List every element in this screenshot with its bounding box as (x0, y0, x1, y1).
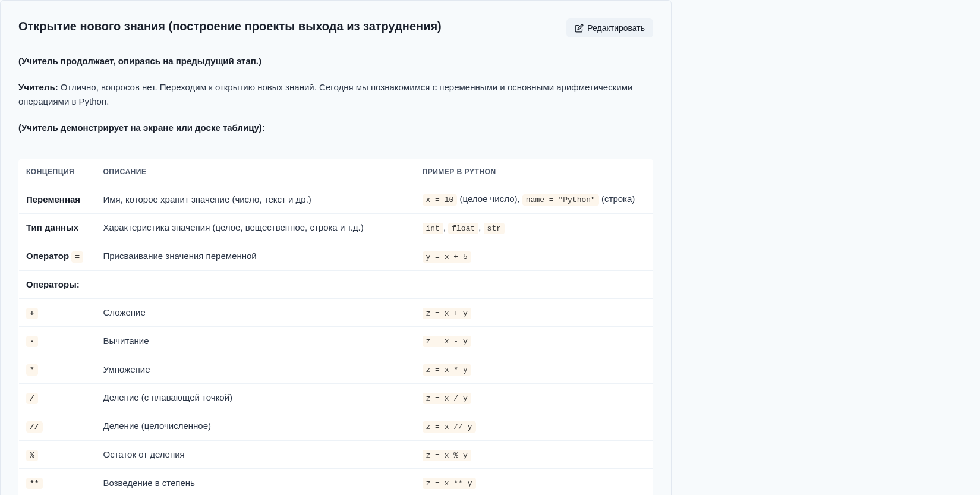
cell-description: Остаток от деления (96, 440, 415, 469)
cell-description: Сложение (96, 298, 415, 327)
cell-description: Умножение (96, 355, 415, 384)
example-code: z = x ** y (423, 478, 476, 489)
cell-example: z = x / y (415, 383, 653, 412)
example-code: int (423, 223, 443, 234)
cell-example: z = x % y (415, 440, 653, 469)
table-row: Операторы: (19, 270, 653, 298)
cell-description (96, 270, 415, 298)
cell-description: Деление (с плавающей точкой) (96, 383, 415, 412)
cell-description: Характеристика значения (целое, веществе… (96, 213, 415, 242)
concept-code: - (26, 336, 38, 347)
edit-icon (575, 24, 584, 33)
example-code: x = 10 (423, 194, 458, 206)
cell-description: Вычитание (96, 327, 415, 355)
table-header-row: Концепция Описание Пример в Python (19, 159, 653, 185)
concept-code: / (26, 393, 38, 404)
example-code: z = x + y (423, 308, 471, 319)
example-text: (строка) (599, 194, 635, 204)
cell-example: int, float, str (415, 213, 653, 242)
cell-concept: Операторы: (19, 270, 96, 298)
example-text: , (478, 222, 483, 232)
cell-concept: ** (19, 469, 96, 495)
table-row: +Сложениеz = x + y (19, 298, 653, 327)
cell-concept: * (19, 355, 96, 384)
example-code: float (448, 223, 478, 234)
example-code: y = x + 5 (423, 251, 471, 263)
example-code: z = x % y (423, 450, 471, 461)
cell-example: z = x + y (415, 298, 653, 327)
example-code: z = x // y (423, 421, 476, 433)
table-row: /Деление (с плавающей точкой)z = x / y (19, 383, 653, 412)
edit-button-label: Редактировать (587, 23, 645, 33)
cell-concept: // (19, 412, 96, 440)
example-code: z = x / y (423, 393, 471, 404)
intro-line-1: (Учитель продолжает, опираясь на предыду… (18, 54, 653, 68)
example-code: name = "Python" (522, 194, 599, 206)
cell-example: z = x ** y (415, 469, 653, 495)
teacher-label: Учитель: (18, 82, 58, 92)
teacher-text: Отлично, вопросов нет. Переходим к откры… (18, 82, 632, 106)
cell-concept: Переменная (19, 185, 96, 214)
edit-button[interactable]: Редактировать (566, 18, 653, 37)
table-row: ПеременнаяИмя, которое хранит значение (… (19, 185, 653, 214)
concept-label: Оператор (26, 251, 71, 261)
cell-description: Имя, которое хранит значение (число, тек… (96, 185, 415, 214)
example-code: z = x - y (423, 336, 471, 347)
section-title: Открытие нового знания (построение проек… (18, 18, 442, 34)
cell-concept: Оператор = (19, 242, 96, 270)
cell-example: z = x * y (415, 355, 653, 384)
concept-code: = (71, 251, 83, 263)
table-row: -Вычитаниеz = x - y (19, 327, 653, 355)
table-row: **Возведение в степеньz = x ** y (19, 469, 653, 495)
teacher-paragraph: Учитель: Отлично, вопросов нет. Переходи… (18, 80, 653, 109)
cell-description: Присваивание значения переменной (96, 242, 415, 270)
concept-code: + (26, 308, 38, 319)
example-code: z = x * y (423, 364, 471, 376)
cell-description: Деление (целочисленное) (96, 412, 415, 440)
cell-concept: Тип данных (19, 213, 96, 242)
intro-line-3: (Учитель демонстрирует на экране или дос… (18, 121, 653, 135)
example-text: (целое число), (457, 194, 522, 204)
cell-concept: % (19, 440, 96, 469)
cell-concept: / (19, 383, 96, 412)
concept-label: Переменная (26, 194, 80, 204)
table-row: //Деление (целочисленное)z = x // y (19, 412, 653, 440)
cell-example: y = x + 5 (415, 242, 653, 270)
concept-label: Операторы: (26, 279, 80, 289)
concept-label: Тип данных (26, 222, 78, 232)
concept-code: * (26, 364, 38, 376)
cell-example: x = 10 (целое число), name = "Python" (с… (415, 185, 653, 214)
table-row: %Остаток от деленияz = x % y (19, 440, 653, 469)
th-example: Пример в Python (415, 159, 653, 185)
th-description: Описание (96, 159, 415, 185)
cell-concept: + (19, 298, 96, 327)
cell-example: z = x - y (415, 327, 653, 355)
cell-example (415, 270, 653, 298)
concept-code: // (26, 421, 43, 433)
example-code: str (484, 223, 505, 234)
example-text: , (443, 222, 448, 232)
document-section: Открытие нового знания (построение проек… (0, 0, 672, 495)
cell-example: z = x // y (415, 412, 653, 440)
concepts-table: Концепция Описание Пример в Python Перем… (18, 159, 653, 495)
table-row: Тип данныхХарактеристика значения (целое… (19, 213, 653, 242)
table-row: *Умножениеz = x * y (19, 355, 653, 384)
th-concept: Концепция (19, 159, 96, 185)
cell-concept: - (19, 327, 96, 355)
table-row: Оператор =Присваивание значения переменн… (19, 242, 653, 270)
concept-code: ** (26, 478, 43, 489)
section-header: Открытие нового знания (построение проек… (18, 18, 653, 37)
concept-code: % (26, 450, 38, 461)
cell-description: Возведение в степень (96, 469, 415, 495)
